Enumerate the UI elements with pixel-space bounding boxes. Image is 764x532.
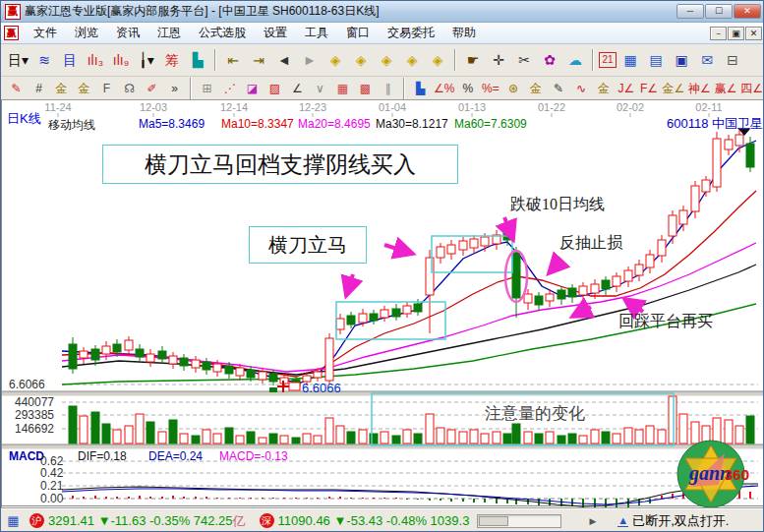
- gold-angle-icon[interactable]: 金: [593, 79, 614, 97]
- percent-slope-icon[interactable]: ∠%: [433, 79, 455, 97]
- menu-设置[interactable]: 设置: [255, 23, 296, 42]
- shanghai-index-change: ▼-11.63 -0.35% 742.25: [98, 513, 233, 528]
- connection-status: 已断开,双点打开.: [632, 512, 729, 530]
- gold-circle-icon[interactable]: ⊛: [502, 79, 523, 97]
- jieqi-icon[interactable]: ✿: [538, 48, 561, 72]
- email-icon[interactable]: ✉: [695, 48, 719, 72]
- zoom-v-icon[interactable]: ◈: [400, 48, 424, 72]
- candles: [69, 129, 754, 389]
- fibo-f-icon[interactable]: F: [96, 79, 117, 97]
- menu-江恩[interactable]: 江恩: [148, 23, 190, 42]
- mdi-close-button[interactable]: ✕: [745, 27, 762, 40]
- gann-wave-icon[interactable]: ≋: [32, 48, 56, 72]
- notes-icon[interactable]: ▤: [644, 48, 668, 72]
- candle-marker-icon[interactable]: ✎: [548, 79, 568, 97]
- menu-窗口[interactable]: 窗口: [337, 23, 379, 42]
- main-toolbar: 日▾≋目ılı₃ılı₉╽▾筹▙⇤⇥◄►◈◈◈◈◈☛✛✂✿☁21▦▤▣✉⊟: [1, 44, 764, 77]
- minimize-button[interactable]: ─: [676, 4, 704, 19]
- chouma-icon[interactable]: 筹: [160, 48, 184, 72]
- menu-公式选股[interactable]: 公式选股: [190, 23, 255, 42]
- status-scrollbar-thumb[interactable]: [479, 516, 508, 526]
- time-grid-icon[interactable]: #: [29, 79, 49, 97]
- hand-tool-icon[interactable]: ☛: [461, 48, 485, 72]
- crosshair-icon[interactable]: ✛: [487, 48, 510, 72]
- kline-chart-area[interactable]: 11-2412-0312-1412-2301-0401-1301-2202-02…: [1, 100, 764, 507]
- gann-box-icon[interactable]: ◪: [242, 79, 263, 97]
- zoom-right-icon[interactable]: ◈: [349, 48, 373, 72]
- status-scrollbar[interactable]: [477, 514, 561, 528]
- app-logo-icon: 赢: [5, 4, 21, 20]
- prev-bar-icon[interactable]: ◄: [272, 48, 296, 72]
- ying-line-icon[interactable]: 赢∠: [714, 79, 738, 97]
- red-pen-icon[interactable]: ✎: [6, 79, 27, 97]
- more-chevron[interactable]: »: [164, 79, 185, 97]
- menu-工具[interactable]: 工具: [296, 23, 337, 42]
- zigzag-icon[interactable]: ∨: [310, 79, 330, 97]
- f-line-icon[interactable]: F∠: [638, 79, 659, 97]
- gold-levels-icon[interactable]: 金: [525, 79, 546, 97]
- shanghai-index-icon[interactable]: 沪: [29, 513, 44, 528]
- shenzhen-index-change: ▼-53.43 -0.48% 1039.3: [333, 513, 469, 528]
- percent-icon[interactable]: %: [457, 79, 478, 97]
- svg-text:01-13: 01-13: [458, 101, 486, 113]
- mdi-minimize-button[interactable]: －: [710, 27, 727, 40]
- gold-ratio-price-icon[interactable]: 金: [74, 79, 94, 97]
- parallel-lines-icon[interactable]: ∥: [378, 79, 398, 97]
- first-bar-icon[interactable]: ⇤: [221, 48, 245, 72]
- calculator-icon[interactable]: ▦: [618, 48, 642, 72]
- shenzhen-index-value: 11090.46: [278, 513, 330, 528]
- next-bar-icon[interactable]: ►: [298, 48, 322, 72]
- period-daily-dropdown[interactable]: 日▾: [6, 48, 30, 72]
- si-line-icon[interactable]: 四∠: [739, 79, 764, 97]
- connection-icon[interactable]: ▲: [617, 514, 628, 527]
- percent-levels-icon[interactable]: %=: [480, 79, 500, 97]
- maximize-button[interactable]: ☐: [705, 4, 733, 19]
- scroll-right-arrow[interactable]: ▶: [589, 516, 596, 526]
- price-ladder-icon[interactable]: ▙: [410, 79, 431, 97]
- zoom-left-icon[interactable]: ◈: [323, 48, 347, 72]
- kline-chart-canvas[interactable]: 11-2412-0312-1412-2301-0401-1301-2202-02…: [1, 100, 764, 507]
- gold-line-icon[interactable]: 金∠: [661, 79, 685, 97]
- menu-bar: 赢 文件浏览资讯江恩公式选股设置工具窗口交易委托帮助 －▣✕: [1, 23, 764, 44]
- print-icon[interactable]: ⊟: [721, 48, 744, 72]
- svg-text:12-14: 12-14: [220, 101, 248, 113]
- volume-profile-icon[interactable]: ▙: [186, 48, 209, 72]
- wave-arc-icon[interactable]: ∿: [570, 79, 591, 97]
- menu-浏览[interactable]: 浏览: [66, 23, 107, 42]
- cut-tool-icon[interactable]: ✂: [512, 48, 536, 72]
- spiral-icon[interactable]: ☊: [119, 79, 140, 97]
- zoom-h-icon[interactable]: ◈: [375, 48, 398, 72]
- menu-资讯[interactable]: 资讯: [107, 23, 148, 42]
- cloud-tool-icon[interactable]: ☁: [563, 48, 587, 72]
- volume-bars: [69, 396, 754, 443]
- angle-lines-icon[interactable]: ∠: [287, 79, 308, 97]
- svg-text:01-04: 01-04: [379, 101, 406, 113]
- status-bar: ▦ 沪 3291.41 ▼-11.63 -0.35% 742.25 亿 深 11…: [1, 507, 764, 532]
- save-icon[interactable]: ▣: [670, 48, 693, 72]
- zoom-all-icon[interactable]: ◈: [426, 48, 449, 72]
- kline-style-dropdown[interactable]: ╽▾: [135, 48, 158, 72]
- gold-ratio-time-icon[interactable]: 金: [51, 79, 72, 97]
- mdi-restore-button[interactable]: ▣: [728, 27, 744, 40]
- menu-文件[interactable]: 文件: [25, 23, 66, 42]
- minute-chart-3-icon[interactable]: ılı₃: [84, 48, 107, 72]
- calendar-21-icon[interactable]: 21: [599, 52, 617, 68]
- menu-交易委托[interactable]: 交易委托: [379, 23, 443, 42]
- f10-report-icon[interactable]: 目: [58, 48, 82, 72]
- grid-red-icon[interactable]: ▦: [332, 79, 353, 97]
- last-bar-icon[interactable]: ⇥: [247, 48, 270, 72]
- gann-fan-icon[interactable]: ⋰: [219, 79, 240, 97]
- shanghai-index-value: 3291.41: [48, 513, 94, 528]
- brush-hash-icon[interactable]: ✐: [142, 79, 162, 97]
- close-button[interactable]: ✕: [734, 4, 761, 19]
- quote-table-icon[interactable]: ▦: [5, 513, 22, 528]
- box-tool-icon[interactable]: ⊞: [197, 79, 217, 97]
- minute-chart-9-icon[interactable]: ılı₉: [109, 48, 133, 72]
- shenzhen-index-icon[interactable]: 深: [260, 513, 274, 528]
- gann-grid-box-icon[interactable]: ▨: [264, 79, 285, 97]
- title-bar[interactable]: 赢 赢家江恩专业版[赢家内部服务平台] - [中国卫星 SH600118-63日…: [1, 1, 764, 23]
- grid-red2-icon[interactable]: ▩: [355, 79, 376, 97]
- shen-line-icon[interactable]: 神∠: [687, 79, 712, 97]
- menu-帮助[interactable]: 帮助: [443, 23, 485, 42]
- j-line-icon[interactable]: J∠: [616, 79, 636, 97]
